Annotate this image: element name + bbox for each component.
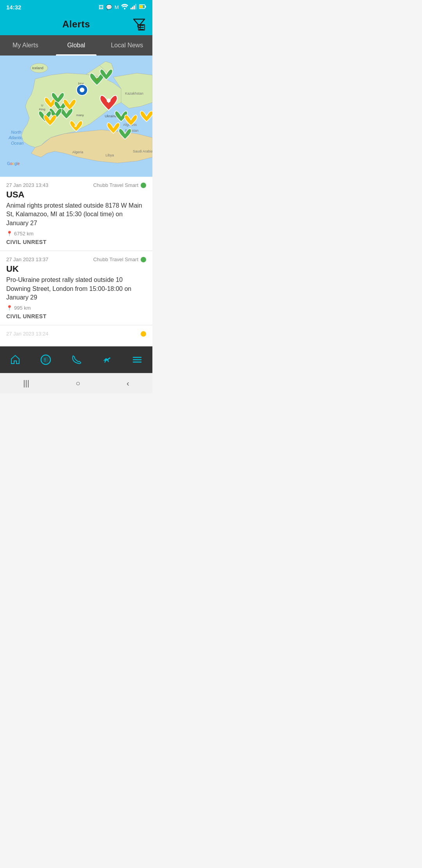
app-header: Alerts bbox=[0, 14, 152, 35]
svg-text:Ocean: Ocean bbox=[11, 141, 23, 145]
alert-category: CIVIL UNREST bbox=[6, 313, 146, 319]
svg-text:North: North bbox=[11, 130, 21, 135]
source-indicator bbox=[141, 257, 146, 262]
svg-text:Google: Google bbox=[7, 161, 20, 166]
alert-item[interactable]: 27 Jan 2023 13:37 Chubb Travel Smart UK … bbox=[0, 251, 152, 325]
svg-text:🌿: 🌿 bbox=[95, 77, 98, 81]
nav-home[interactable] bbox=[10, 354, 21, 365]
tab-local-news[interactable]: Local News bbox=[102, 35, 152, 56]
source-indicator bbox=[141, 183, 146, 188]
tab-my-alerts[interactable]: My Alerts bbox=[0, 35, 51, 56]
photo-icon: 🖼 bbox=[98, 4, 104, 10]
message-icon: 💬 bbox=[106, 4, 112, 10]
alert-date: 27 Jan 2023 13:37 bbox=[6, 256, 48, 262]
svg-rect-4 bbox=[135, 4, 136, 9]
svg-rect-3 bbox=[134, 5, 135, 9]
map-view[interactable]: North Atlantic Ocean Iceland Algeria Lib… bbox=[0, 56, 152, 177]
alert-country: USA bbox=[6, 190, 146, 200]
alert-country: UK bbox=[6, 264, 146, 274]
svg-text:many: many bbox=[76, 113, 84, 117]
source-indicator bbox=[141, 331, 146, 337]
svg-text:⚡: ⚡ bbox=[141, 5, 144, 9]
alert-meta: 27 Jan 2023 13:24 bbox=[6, 331, 146, 337]
svg-text:King: King bbox=[39, 108, 45, 111]
bottom-nav: ! bbox=[0, 346, 152, 373]
svg-text:Atlantic: Atlantic bbox=[8, 135, 23, 140]
svg-point-0 bbox=[124, 8, 125, 9]
alert-source: Chubb Travel Smart bbox=[93, 182, 146, 188]
page-title: Alerts bbox=[62, 19, 90, 30]
android-recent-btn[interactable]: ||| bbox=[15, 376, 37, 391]
android-nav: ||| ○ ‹ bbox=[0, 373, 152, 393]
svg-point-35 bbox=[107, 99, 111, 102]
filter-button[interactable] bbox=[132, 17, 146, 32]
nav-menu[interactable] bbox=[132, 354, 143, 365]
tab-bar: My Alerts Global Local News bbox=[0, 35, 152, 56]
android-back-btn[interactable]: ‹ bbox=[119, 376, 137, 391]
svg-rect-6 bbox=[145, 5, 146, 7]
svg-text:Saudi Arabia: Saudi Arabia bbox=[133, 149, 152, 153]
alerts-list: 27 Jan 2023 13:43 Chubb Travel Smart USA… bbox=[0, 177, 152, 346]
signal-icon bbox=[131, 4, 137, 11]
svg-rect-1 bbox=[131, 8, 132, 9]
tab-global[interactable]: Global bbox=[51, 35, 102, 56]
alert-category: CIVIL UNREST bbox=[6, 239, 146, 245]
alert-description: Animal rights protest slated outside 817… bbox=[6, 201, 146, 228]
battery-icon: ⚡ bbox=[139, 4, 146, 11]
alert-description: Pro-Ukraine protest rally slated outside… bbox=[6, 276, 146, 302]
alert-meta: 27 Jan 2023 13:37 Chubb Travel Smart bbox=[6, 256, 146, 262]
svg-point-32 bbox=[80, 88, 84, 92]
svg-text:🏛: 🏛 bbox=[74, 124, 77, 127]
nav-phone[interactable] bbox=[71, 354, 82, 365]
location-icon: 📍 bbox=[6, 231, 13, 237]
alert-meta: 27 Jan 2023 13:43 Chubb Travel Smart bbox=[6, 182, 146, 188]
alert-item[interactable]: 27 Jan 2023 13:43 Chubb Travel Smart USA… bbox=[0, 177, 152, 251]
alert-date: 27 Jan 2023 13:24 bbox=[6, 331, 48, 337]
wifi-icon bbox=[121, 4, 128, 11]
svg-text:Libya: Libya bbox=[106, 153, 114, 157]
status-icons: 🖼 💬 M ⚡ bbox=[98, 4, 146, 11]
alert-source: Chubb Travel Smart bbox=[93, 256, 146, 262]
alert-item[interactable]: 27 Jan 2023 13:24 bbox=[0, 325, 152, 346]
alert-distance: 📍 6752 km bbox=[6, 231, 146, 237]
svg-text:!: ! bbox=[44, 357, 46, 363]
alert-source bbox=[141, 331, 146, 337]
svg-text:Iceland: Iceland bbox=[32, 66, 43, 70]
nav-alerts[interactable]: ! bbox=[40, 354, 51, 365]
svg-text:Kazakhstan: Kazakhstan bbox=[125, 91, 143, 95]
svg-text:U: U bbox=[41, 104, 43, 107]
svg-rect-2 bbox=[132, 7, 133, 9]
gmail-icon: M bbox=[114, 4, 119, 10]
status-bar: 14:32 🖼 💬 M ⚡ bbox=[0, 0, 152, 14]
alert-date: 27 Jan 2023 13:43 bbox=[6, 182, 48, 188]
alert-distance: 📍 995 km bbox=[6, 305, 146, 311]
status-time: 14:32 bbox=[6, 4, 21, 11]
android-home-btn[interactable]: ○ bbox=[68, 376, 88, 391]
location-icon: 📍 bbox=[6, 305, 13, 311]
svg-text:Algeria: Algeria bbox=[72, 150, 83, 154]
nav-travel[interactable] bbox=[101, 354, 112, 365]
